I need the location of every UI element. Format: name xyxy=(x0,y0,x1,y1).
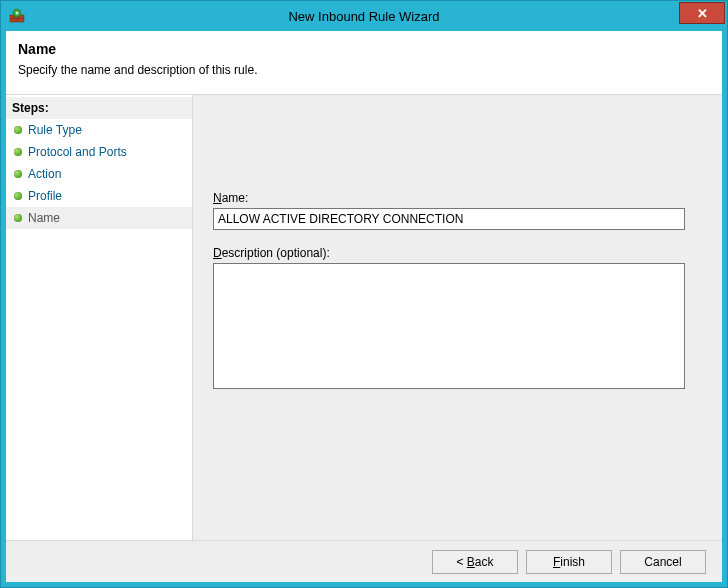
wizard-header: Name Specify the name and description of… xyxy=(6,31,722,95)
description-group: Description (optional): xyxy=(213,246,702,392)
bullet-icon xyxy=(14,214,22,222)
bullet-icon xyxy=(14,170,22,178)
firewall-icon xyxy=(9,8,25,24)
window-title: New Inbound Rule Wizard xyxy=(1,9,727,24)
page-subtitle: Specify the name and description of this… xyxy=(18,63,710,77)
page-title: Name xyxy=(18,41,710,57)
step-name[interactable]: Name xyxy=(6,207,192,229)
step-label: Profile xyxy=(28,189,62,203)
steps-heading: Steps: xyxy=(6,97,192,119)
close-icon: ✕ xyxy=(697,6,708,21)
step-label: Protocol and Ports xyxy=(28,145,127,159)
step-label: Name xyxy=(28,211,60,225)
wizard-footer: < Back Finish Cancel xyxy=(6,540,722,582)
description-input[interactable] xyxy=(213,263,685,389)
step-label: Rule Type xyxy=(28,123,82,137)
bullet-icon xyxy=(14,126,22,134)
description-label: Description (optional): xyxy=(213,246,702,260)
window-body: Name Specify the name and description of… xyxy=(6,31,722,582)
main-panel: Name: Description (optional): xyxy=(192,95,722,540)
name-group: Name: xyxy=(213,191,702,230)
back-button[interactable]: < Back xyxy=(432,550,518,574)
step-label: Action xyxy=(28,167,61,181)
bullet-icon xyxy=(14,148,22,156)
step-protocol-and-ports[interactable]: Protocol and Ports xyxy=(6,141,192,163)
bullet-icon xyxy=(14,192,22,200)
name-label: Name: xyxy=(213,191,702,205)
step-profile[interactable]: Profile xyxy=(6,185,192,207)
close-button[interactable]: ✕ xyxy=(679,2,725,24)
step-rule-type[interactable]: Rule Type xyxy=(6,119,192,141)
content: Steps: Rule Type Protocol and Ports Acti… xyxy=(6,95,722,540)
step-action[interactable]: Action xyxy=(6,163,192,185)
titlebar: New Inbound Rule Wizard ✕ xyxy=(1,1,727,31)
cancel-button[interactable]: Cancel xyxy=(620,550,706,574)
name-input[interactable] xyxy=(213,208,685,230)
svg-point-6 xyxy=(16,12,19,15)
finish-button[interactable]: Finish xyxy=(526,550,612,574)
steps-sidebar: Steps: Rule Type Protocol and Ports Acti… xyxy=(6,95,192,540)
